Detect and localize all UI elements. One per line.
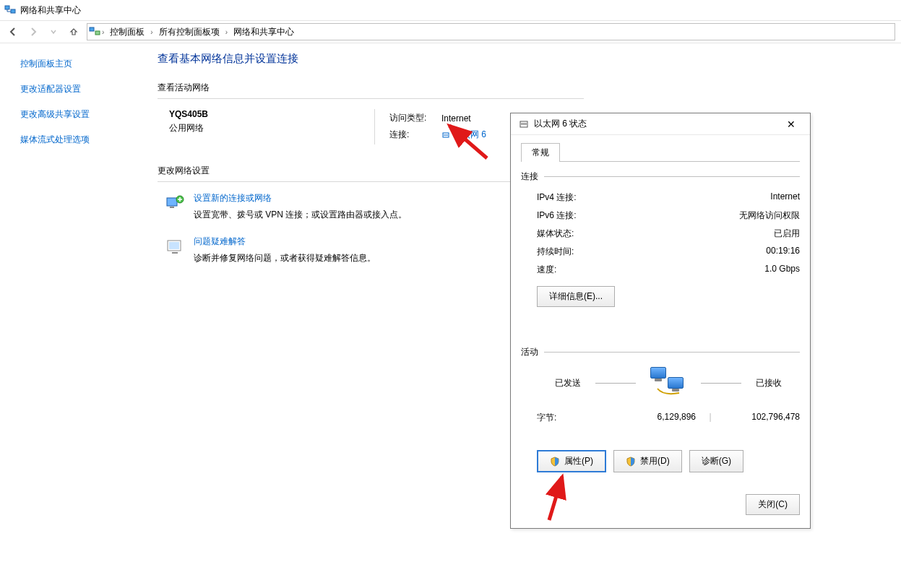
page-heading: 查看基本网络信息并设置连接: [158, 52, 592, 66]
nav-bar: › 控制面板 › 所有控制面板项 › 网络和共享中心: [0, 20, 901, 43]
disable-button[interactable]: 禁用(D): [613, 450, 682, 472]
svg-rect-0: [5, 6, 9, 9]
setup-connection-desc: 设置宽带、拨号或 VPN 连接；或设置路由器或接入点。: [194, 209, 407, 221]
access-type-label: 访问类型:: [389, 111, 440, 126]
tab-general[interactable]: 常规: [521, 143, 560, 162]
troubleshoot-icon: [163, 235, 186, 259]
svg-rect-9: [169, 242, 179, 249]
divider: [701, 383, 741, 384]
bytes-sent: 6,129,896: [616, 412, 696, 424]
sidebar-item-home[interactable]: 控制面板主页: [20, 58, 152, 70]
up-button[interactable]: [65, 23, 82, 40]
dialog-titlebar[interactable]: 以太网 6 状态 ✕: [511, 113, 810, 135]
divider: [158, 98, 584, 99]
chevron-right-icon: ›: [100, 28, 105, 36]
setup-connection-icon: [163, 192, 186, 215]
network-type: 公用网络: [169, 122, 374, 134]
computers-icon: [650, 367, 686, 399]
window-title: 网络和共享中心: [20, 4, 81, 17]
access-type-value: Internet: [441, 111, 486, 126]
setup-connection-title: 设置新的连接或网络: [194, 192, 407, 204]
close-button[interactable]: ✕: [777, 115, 806, 134]
group-activity: 活动: [521, 346, 538, 358]
dialog-title: 以太网 6 状态: [534, 118, 777, 130]
svg-rect-6: [170, 207, 174, 208]
forward-button[interactable]: [25, 23, 42, 40]
divider: [595, 383, 636, 384]
svg-rect-3: [95, 31, 100, 35]
diagnose-button[interactable]: 诊断(G): [689, 450, 743, 472]
chevron-right-icon: ›: [149, 28, 154, 36]
divider: [544, 176, 800, 177]
ethernet-icon: [518, 118, 530, 130]
ethernet-status-dialog: 以太网 6 状态 ✕ 常规 连接 IPv4 连接:Internet IPv6 连…: [510, 113, 811, 529]
divider: [544, 352, 800, 353]
chevron-right-icon: ›: [224, 28, 229, 36]
row-media: 媒体状态:已启用: [537, 228, 800, 240]
sidebar-item-adapter[interactable]: 更改适配器设置: [20, 83, 152, 95]
network-center-icon: [4, 4, 16, 16]
title-bar: 网络和共享中心: [0, 0, 901, 20]
svg-rect-2: [90, 27, 94, 31]
ethernet-link[interactable]: 以太网 6: [441, 129, 486, 141]
shield-icon: [550, 457, 560, 467]
received-label: 已接收: [756, 377, 782, 389]
details-button[interactable]: 详细信息(E)...: [537, 286, 615, 307]
sidebar-item-media[interactable]: 媒体流式处理选项: [20, 134, 152, 146]
svg-rect-5: [167, 198, 177, 206]
control-panel-icon: [89, 26, 100, 38]
svg-rect-1: [11, 9, 15, 13]
row-ipv6: IPv6 连接:无网络访问权限: [537, 209, 800, 222]
row-ipv4: IPv4 连接:Internet: [537, 191, 800, 204]
group-connection: 连接: [521, 170, 538, 183]
breadcrumb[interactable]: › 控制面板 › 所有控制面板项 › 网络和共享中心: [87, 23, 895, 40]
recent-dropdown[interactable]: [45, 23, 62, 40]
shield-icon: [626, 457, 636, 467]
ethernet-icon: [441, 131, 450, 139]
breadcrumb-item[interactable]: 网络和共享中心: [229, 24, 298, 40]
row-speed: 速度:1.0 Gbps: [537, 264, 800, 276]
bytes-row: 字节: 6,129,896 | 102,796,478: [537, 412, 800, 424]
row-duration: 持续时间:00:19:16: [537, 246, 800, 258]
properties-button[interactable]: 属性(P): [537, 450, 606, 472]
back-button[interactable]: [4, 23, 22, 40]
network-name: YQS405B: [169, 109, 374, 119]
section-active-networks: 查看活动网络: [158, 82, 592, 94]
troubleshoot-title: 问题疑难解答: [194, 235, 376, 248]
connections-label: 连接:: [389, 127, 440, 143]
breadcrumb-item[interactable]: 所有控制面板项: [155, 24, 224, 40]
troubleshoot-desc: 诊断并修复网络问题，或者获得疑难解答信息。: [194, 252, 376, 264]
sidebar-item-sharing[interactable]: 更改高级共享设置: [20, 108, 152, 121]
bytes-received: 102,796,478: [725, 412, 800, 424]
close-button-footer[interactable]: 关闭(C): [746, 494, 800, 515]
breadcrumb-item[interactable]: 控制面板: [105, 24, 149, 40]
sent-label: 已发送: [555, 377, 581, 389]
sidebar: 控制面板主页 更改适配器设置 更改高级共享设置 媒体流式处理选项: [0, 43, 152, 588]
tab-strip: 常规: [521, 142, 800, 162]
